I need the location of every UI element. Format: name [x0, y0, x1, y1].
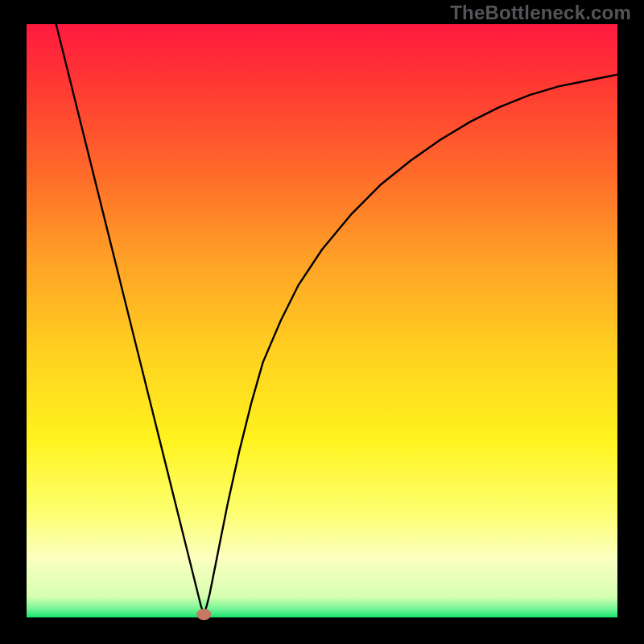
bottleneck-chart [0, 0, 644, 644]
optimal-point-marker [196, 609, 211, 620]
chart-frame: TheBottleneck.com [0, 0, 644, 644]
plot-background [27, 24, 617, 617]
watermark-text: TheBottleneck.com [450, 2, 631, 24]
